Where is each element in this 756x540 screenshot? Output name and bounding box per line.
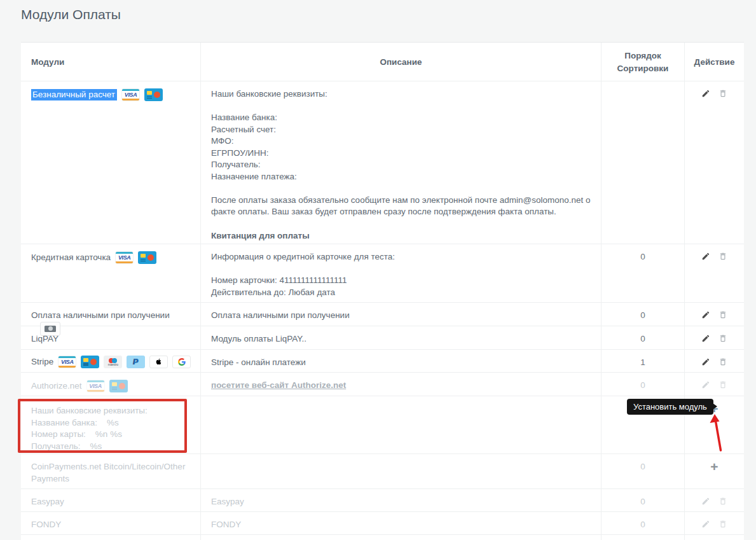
delete-icon[interactable] [718,520,727,529]
module-cell: Authorize.netVISA [21,373,201,399]
paypal-icon: P [127,356,145,368]
edit-icon[interactable] [701,310,710,319]
visa-icon: VISA [121,88,140,101]
payment-modules-table: Модули Описание Порядок Сортировки Дейст… [21,42,744,540]
visa-icon: VISA [115,251,134,264]
table-row: Оплата наличными при получении Оплата на… [21,303,744,326]
sort-cell: 0 [601,244,685,305]
description-text: Информация о кредитной карточке для тест… [211,251,591,298]
action-cell [685,244,744,305]
table-row: CoinPayments.net Bitcoin/Litecoin/Other … [21,454,744,489]
google-pay-icon [172,356,191,368]
mastercard-icon [138,251,156,264]
module-name: FONDY [31,520,61,529]
cash-icon [40,322,60,336]
action-cell [685,350,744,376]
table-header-row: Модули Описание Порядок Сортировки Дейст… [21,43,744,81]
description-cell: Наши банковские реквизиты: Название банк… [201,81,601,249]
delete-icon[interactable] [718,380,727,389]
module-name: Безналичный расчет [31,89,117,100]
edit-icon[interactable] [701,520,710,529]
install-module-icon[interactable]: + [710,462,718,472]
table-row [21,535,744,540]
table-row: Кредитная карточкаVISA Информация о кред… [21,244,744,303]
edit-icon[interactable] [701,497,710,506]
action-cell [685,489,744,515]
table-row: FONDY FONDY 0 [21,512,744,535]
page-title: Модули Оплаты [21,7,121,22]
delete-icon[interactable] [718,310,727,319]
module-name: Оплата наличными при получении [31,310,170,320]
description-text: Наши банковские реквизиты: Название банк… [211,88,591,218]
mastercard-icon [81,356,99,368]
mastercard-icon [144,88,163,101]
description-text: Оплата наличными при получении [211,310,591,322]
delete-icon[interactable] [718,252,727,261]
edit-icon[interactable] [701,357,710,366]
sort-cell: 0 [601,373,685,399]
edit-icon[interactable] [701,334,710,343]
edit-icon[interactable] [701,252,710,261]
header-action: Действие [685,43,744,82]
table-row: Authorize.netVISA посетите веб-сайт Auth… [21,373,744,396]
maestro-icon: maestro [104,356,122,368]
header-sort-order: Порядок Сортировки [601,43,685,82]
module-cell: FONDY [21,512,201,538]
description-bold-text: Квитанция для оплаты [211,230,591,242]
table-row: Easypay Easypay 0 [21,489,744,512]
header-modules: Модули [21,43,201,82]
module-cell: StripeVISAmaestroP [21,350,201,376]
delete-icon[interactable] [718,89,727,98]
module-name: CoinPayments.net Bitcoin/Litecoin/Other … [31,462,185,483]
module-cell: Безналичный расчетVISA [21,81,201,249]
sort-cell: 0 [601,512,685,538]
module-name: Easypay [31,497,64,506]
module-cell: Наши банковские реквизиты: Название банк… [21,396,201,459]
action-cell: + [685,454,744,492]
delete-icon[interactable] [718,334,727,343]
install-module-tooltip: Установить модуль [627,399,713,415]
action-cell [685,326,744,352]
visa-icon: VISA [58,356,76,368]
edit-icon[interactable] [701,89,710,98]
table-row: LiqPAY Модуль оплаты LiqPAY.. 0 [21,326,744,350]
mastercard-icon [109,380,128,392]
table-row: StripeVISAmaestroP Stripe - онлайн плате… [21,350,744,373]
sort-cell: 0 [601,326,685,352]
action-cell [685,512,744,538]
description-text: Stripe - онлайн платежи [211,357,591,369]
apple-pay-icon [149,356,168,368]
description-text: FONDY [211,519,591,531]
sort-cell: 1 [601,350,685,376]
action-cell [685,373,744,399]
visa-icon: VISA [86,380,105,392]
module-name: Кредитная карточка [31,253,111,262]
action-cell [685,81,744,249]
module-cell: CoinPayments.net Bitcoin/Litecoin/Other … [21,454,201,492]
table-row: Безналичный расчетVISA Наши банковские р… [21,81,744,244]
sort-cell: 0 [601,489,685,515]
authorize-net-link[interactable]: посетите веб-сайт Authorize.net [211,380,346,390]
delete-icon[interactable] [718,497,727,506]
delete-icon[interactable] [718,357,727,366]
description-text: Easypay [211,496,591,508]
module-cell: Easypay [21,489,201,515]
module-name: Stripe [31,356,53,368]
edit-icon[interactable] [701,380,710,389]
sort-cell: 0 [601,454,685,492]
description-text: Модуль оплаты LiqPAY.. [211,333,591,345]
sort-cell [601,81,685,249]
module-cell: Кредитная карточкаVISA [21,244,201,305]
header-description: Описание [201,43,601,82]
module-name: Authorize.net [31,381,82,391]
